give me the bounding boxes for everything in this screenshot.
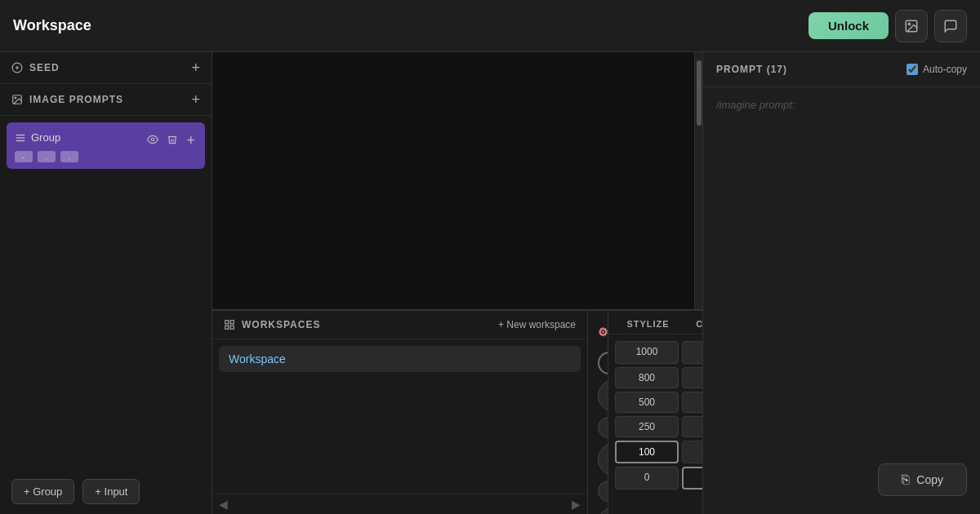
svg-point-7 xyxy=(152,138,155,141)
model-version-btn[interactable]: 5.1 Raw xyxy=(598,443,608,476)
sliders-body: 10001001100800800.590500500.258025025501… xyxy=(608,335,702,496)
image-prompts-icon xyxy=(11,94,23,105)
svg-point-1 xyxy=(908,23,910,24)
top-bar-actions: Unlock xyxy=(808,10,967,42)
scroll-thumb xyxy=(697,60,702,126)
svg-rect-9 xyxy=(230,321,234,324)
seed-section-label: SEED xyxy=(11,62,60,73)
svg-rect-11 xyxy=(230,326,234,329)
workspace-list: Workspace xyxy=(212,339,587,494)
bottom-actions: + Group + Input xyxy=(0,469,212,514)
group-card-row: Group + xyxy=(15,131,197,151)
group-card: Group + - . . xyxy=(7,122,205,169)
prompt-header: PROMPT (17) Auto-copy xyxy=(703,52,980,87)
model-version-btn[interactable]: Niji xyxy=(598,481,608,502)
slider-value[interactable]: 500 xyxy=(615,392,679,413)
list-item[interactable]: Workspace xyxy=(219,346,581,372)
top-bar: Workspace Unlock xyxy=(0,0,980,52)
image-view-button[interactable] xyxy=(895,10,928,42)
seed-label: SEED xyxy=(29,62,60,73)
workspaces-label: WORKSPACES xyxy=(242,319,320,330)
workspaces-title: WORKSPACES xyxy=(224,319,320,330)
model-panel: ⚙ MODEL VERSION 5.25.2 Raw5.15.1 RawNiji… xyxy=(588,311,608,514)
workspace-nav-prev[interactable]: ◀ xyxy=(219,498,228,511)
model-version-btn[interactable]: Niji Cute xyxy=(598,507,608,514)
slider-column-header: CHAOS xyxy=(681,319,702,329)
group-card-actions: + xyxy=(145,131,197,151)
model-version-btn[interactable]: 5.1 xyxy=(598,417,608,438)
left-panel: SEED + IMAGE PROMPTS + xyxy=(0,52,212,514)
slider-value[interactable]: 100 xyxy=(615,441,679,463)
group-visibility-button[interactable] xyxy=(145,132,160,149)
workspaces-panel: WORKSPACES + New workspace Workspace ◀ ▶ xyxy=(212,311,588,514)
group-dots: - . . xyxy=(15,151,197,162)
dot-1[interactable]: - xyxy=(15,151,33,162)
slider-value[interactable]: 800 xyxy=(615,367,679,388)
page-title: Workspace xyxy=(13,17,808,34)
svg-rect-8 xyxy=(225,321,229,324)
copy-btn-row: ⎘ Copy xyxy=(716,457,967,503)
group-name: Group xyxy=(31,131,60,144)
image-prompts-label: IMAGE PROMPTS xyxy=(11,94,123,105)
copy-label: Copy xyxy=(916,473,943,486)
image-prompts-add-button[interactable]: + xyxy=(191,92,200,107)
prompt-title: PROMPT (17) xyxy=(716,64,787,75)
seed-icon xyxy=(11,62,23,73)
add-group-button[interactable]: + Group xyxy=(11,479,74,504)
svg-point-3 xyxy=(15,97,16,99)
slider-value[interactable]: 1000 xyxy=(615,341,679,364)
slider-column-header: STYLIZE xyxy=(615,319,681,329)
dot-3[interactable]: . xyxy=(60,151,78,162)
copy-button[interactable]: ⎘ Copy xyxy=(878,463,967,496)
chat-view-button[interactable] xyxy=(934,10,967,42)
auto-copy-text: Auto-copy xyxy=(923,64,967,75)
model-icon: ⚙ xyxy=(598,326,608,339)
slider-value[interactable]: 0 xyxy=(615,467,679,490)
right-panel: PROMPT (17) Auto-copy /imagine prompt: ⎘… xyxy=(702,52,980,514)
workspace-nav-next[interactable]: ▶ xyxy=(572,498,581,511)
unlock-button[interactable]: Unlock xyxy=(808,12,889,39)
sliders-panel: STYLIZECHAOSQUALITYSTOP 1000100110080080… xyxy=(608,311,702,514)
group-delete-button[interactable] xyxy=(165,132,180,149)
auto-copy-label[interactable]: Auto-copy xyxy=(906,64,967,75)
slider-value[interactable]: 10 xyxy=(682,441,702,463)
main-layout: SEED + IMAGE PROMPTS + xyxy=(0,52,980,514)
bottom-bar: WORKSPACES + New workspace Workspace ◀ ▶… xyxy=(212,310,702,514)
prompt-body: /imagine prompt: ⎘ Copy xyxy=(703,87,980,514)
new-workspace-button[interactable]: + New workspace xyxy=(498,319,576,330)
sliders-header: STYLIZECHAOSQUALITYSTOP xyxy=(608,311,702,335)
group-card-title: Group xyxy=(15,131,60,144)
center-area: WORKSPACES + New workspace Workspace ◀ ▶… xyxy=(212,52,702,514)
workspaces-header: WORKSPACES + New workspace xyxy=(212,311,587,339)
slider-value[interactable]: 250 xyxy=(615,416,679,437)
group-add-input-button[interactable]: + xyxy=(185,131,197,151)
seed-add-button[interactable]: + xyxy=(191,60,200,75)
model-version-btn[interactable]: 5.2 xyxy=(598,352,608,374)
auto-copy-checkbox[interactable] xyxy=(906,64,918,75)
slider-value[interactable]: 0 xyxy=(682,467,702,490)
seed-section-header[interactable]: SEED + xyxy=(0,52,212,84)
model-version-btn[interactable]: 5.2 Raw xyxy=(598,379,608,412)
slider-value[interactable]: 100 xyxy=(682,341,702,364)
svg-rect-10 xyxy=(225,326,229,329)
slider-value[interactable]: 25 xyxy=(682,416,702,437)
slider-value[interactable]: 50 xyxy=(682,392,702,413)
prompt-placeholder: /imagine prompt: xyxy=(716,99,967,457)
dot-2[interactable]: . xyxy=(38,151,56,162)
drag-icon xyxy=(15,132,26,144)
image-prompts-section-header[interactable]: IMAGE PROMPTS + xyxy=(0,84,212,116)
copy-icon: ⎘ xyxy=(902,472,910,487)
workspace-nav: ◀ ▶ xyxy=(212,494,587,514)
image-prompts-label-text: IMAGE PROMPTS xyxy=(29,94,123,105)
canvas-area xyxy=(212,52,702,310)
add-input-button[interactable]: + Input xyxy=(82,479,140,504)
slider-value[interactable]: 80 xyxy=(682,367,702,388)
workspaces-icon xyxy=(224,319,235,330)
scrollbar[interactable] xyxy=(694,52,702,309)
